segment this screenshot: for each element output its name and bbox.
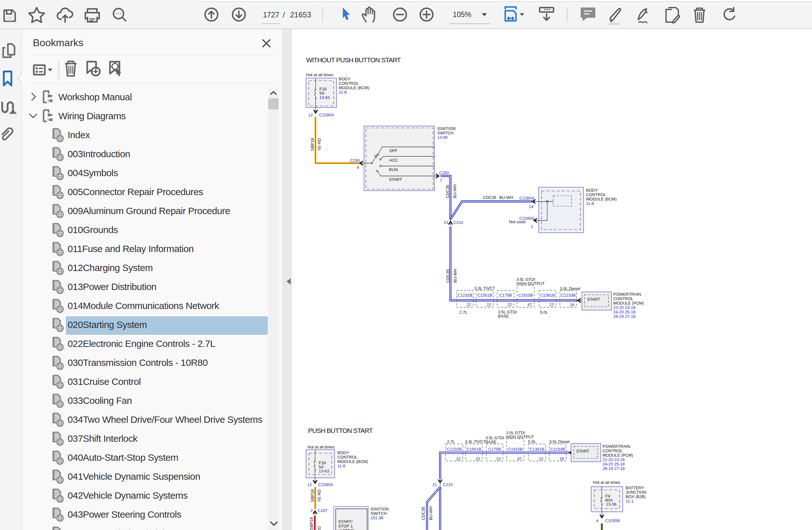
svg-text:13-56: 13-56 — [606, 502, 617, 506]
svg-text:2.7L: 2.7L — [447, 439, 455, 444]
svg-text:BOX (BJB): BOX (BJB) — [626, 494, 646, 499]
svg-text:ACC: ACC — [389, 158, 398, 163]
svg-text:4: 4 — [357, 165, 359, 170]
svg-text:2.7L: 2.7L — [460, 310, 467, 315]
svg-text:C2280A: C2280A — [519, 196, 534, 200]
svg-text:C175B: C175B — [489, 447, 501, 451]
svg-text:START: START — [389, 177, 402, 182]
svg-text:CONTROL: CONTROL — [613, 296, 634, 301]
svg-text:MODULE (BCM): MODULE (BCM) — [586, 197, 617, 201]
svg-text:C210: C210 — [443, 482, 453, 487]
svg-text:22-20 23-18: 22-20 23-18 — [613, 305, 635, 310]
svg-text:SBP18: SBP18 — [310, 489, 315, 502]
svg-text:CDC35: CDC35 — [421, 506, 425, 520]
svg-text:POWERTRAIN: POWERTRAIN — [603, 444, 630, 449]
svg-text:HIGH OUTPUT: HIGH OUTPUT — [517, 281, 545, 286]
svg-text:BU-WH: BU-WH — [453, 269, 458, 283]
svg-text:14: 14 — [529, 204, 533, 209]
svg-text:5.0L: 5.0L — [528, 439, 536, 444]
svg-text:OFF: OFF — [389, 148, 397, 153]
svg-text:C1233B: C1233B — [561, 293, 576, 297]
svg-text:CONTROL: CONTROL — [337, 455, 358, 459]
svg-text:3.3L TIVCT: 3.3L TIVCT — [465, 439, 485, 444]
svg-text:STOP 1: STOP 1 — [338, 524, 353, 528]
svg-text:START: START — [587, 297, 600, 302]
svg-text:PUSH BUTTON START: PUSH BUTTON START — [308, 427, 373, 434]
svg-text:Hot at all times: Hot at all times — [593, 480, 620, 485]
svg-text:Hot at all times: Hot at all times — [307, 445, 335, 449]
svg-text:YE-RD: YE-RD — [317, 138, 322, 151]
svg-text:YE-RD: YE-RD — [317, 489, 322, 502]
svg-text:47: 47 — [517, 456, 522, 461]
svg-text:21: 21 — [444, 220, 448, 225]
svg-text:Hot at all times: Hot at all times — [306, 72, 333, 77]
svg-text:4: 4 — [596, 518, 598, 523]
svg-text:22: 22 — [539, 456, 543, 461]
svg-text:11-1: 11-1 — [626, 499, 634, 503]
svg-text:IGNITION: IGNITION — [437, 126, 455, 131]
svg-text:C1232B: C1232B — [458, 293, 472, 297]
svg-text:START/: START/ — [338, 519, 352, 524]
svg-text:12: 12 — [307, 482, 312, 487]
svg-text:21: 21 — [433, 482, 437, 487]
svg-text:C1381B: C1381B — [530, 447, 545, 451]
svg-text:22: 22 — [496, 456, 501, 461]
svg-text:3.0L Diesel: 3.0L Diesel — [560, 286, 580, 291]
svg-text:C2280A: C2280A — [318, 482, 333, 487]
svg-text:11-6: 11-6 — [337, 464, 345, 468]
svg-text:C210: C210 — [453, 220, 463, 225]
svg-text:MODULE (BCM): MODULE (BCM) — [337, 459, 368, 464]
svg-text:CONTROL: CONTROL — [339, 81, 359, 86]
svg-text:C250: C250 — [439, 170, 449, 175]
svg-text:IGNITION: IGNITION — [371, 506, 389, 511]
svg-text:22: 22 — [487, 302, 491, 307]
svg-text:BU-WH: BU-WH — [452, 184, 457, 198]
svg-text:C237: C237 — [318, 508, 327, 513]
svg-text:WITHOUT PUSH BUTTON START: WITHOUT PUSH BUTTON START — [306, 56, 401, 64]
svg-text:22: 22 — [507, 302, 512, 307]
svg-text:13-63: 13-63 — [319, 95, 330, 100]
svg-text:2: 2 — [310, 508, 313, 513]
svg-text:26-19 27-18: 26-19 27-18 — [603, 466, 625, 471]
svg-text:3.3L TIVCT: 3.3L TIVCT — [474, 286, 495, 291]
svg-text:BU-WH: BU-WH — [499, 195, 513, 200]
svg-text:(ACTIVE: (ACTIVE — [338, 528, 355, 530]
svg-text:MODULE (BCM): MODULE (BCM) — [339, 85, 369, 90]
svg-text:C1915B: C1915B — [508, 447, 523, 451]
svg-text:1: 1 — [531, 224, 533, 229]
svg-text:Not used: Not used — [509, 220, 525, 224]
svg-text:16: 16 — [570, 302, 574, 307]
svg-text:SBP18: SBP18 — [309, 517, 314, 530]
svg-text:BASE: BASE — [485, 440, 497, 444]
svg-text:BU-WH: BU-WH — [429, 506, 433, 520]
svg-text:7: 7 — [440, 178, 442, 183]
svg-text:CDC35: CDC35 — [483, 195, 496, 200]
svg-text:22: 22 — [466, 302, 471, 307]
svg-text:SBP18: SBP18 — [310, 138, 315, 151]
svg-text:C1915B: C1915B — [518, 293, 533, 297]
svg-text:RD: RD — [317, 526, 322, 530]
svg-text:3.0L Diesel: 3.0L Diesel — [549, 439, 570, 444]
svg-text:11-6: 11-6 — [586, 201, 594, 206]
svg-text:C1381B: C1381B — [540, 293, 555, 297]
svg-text:22: 22 — [549, 302, 554, 307]
svg-text:22: 22 — [456, 456, 461, 461]
svg-text:22: 22 — [476, 456, 480, 461]
svg-text:13-90: 13-90 — [437, 135, 448, 140]
svg-text:CONTROL: CONTROL — [603, 448, 623, 453]
svg-text:C1551B: C1551B — [477, 293, 492, 297]
svg-text:SWITCH: SWITCH — [371, 511, 387, 516]
svg-text:BASE: BASE — [498, 314, 509, 318]
svg-text:12: 12 — [308, 113, 313, 117]
svg-text:22-20 23-18: 22-20 23-18 — [603, 457, 625, 462]
svg-text:CDC35: CDC35 — [445, 185, 450, 198]
svg-text:POWERTRAIN: POWERTRAIN — [613, 292, 641, 297]
svg-text:47: 47 — [527, 302, 532, 307]
svg-text:C1232B: C1232B — [447, 447, 462, 451]
svg-text:C2280A: C2280A — [319, 113, 334, 117]
svg-text:MODULE (PCM): MODULE (PCM) — [603, 453, 633, 458]
svg-text:CDC35: CDC35 — [446, 269, 450, 283]
svg-text:HIGH OUTPUT: HIGH OUTPUT — [506, 434, 534, 439]
svg-text:C1035B: C1035B — [605, 518, 620, 523]
svg-text:BODY: BODY — [339, 76, 350, 81]
